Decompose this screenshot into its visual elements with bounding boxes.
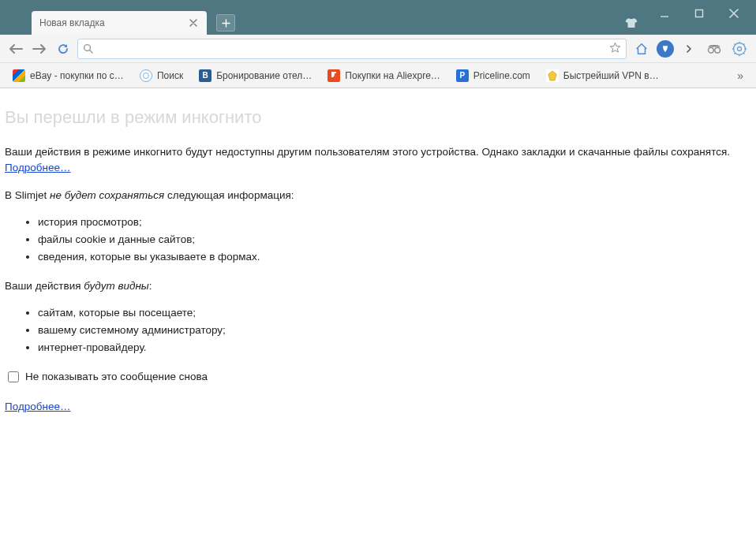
navigation-toolbar — [0, 35, 756, 63]
minimize-button[interactable] — [647, 2, 682, 25]
bookmark-item-search[interactable]: Поиск — [133, 67, 189, 84]
address-input[interactable] — [98, 43, 604, 54]
close-tab-button[interactable] — [188, 17, 199, 28]
list-item: интернет-провайдеру. — [38, 340, 753, 356]
svg-point-2 — [709, 47, 714, 53]
svg-point-1 — [84, 45, 91, 51]
tshirt-icon[interactable] — [619, 11, 644, 35]
ad-block-icon[interactable] — [657, 40, 674, 58]
list-item: история просмотров; — [38, 214, 753, 230]
bookmark-label: eBay - покупки по с… — [30, 70, 124, 81]
svg-rect-0 — [696, 10, 703, 17]
bookmark-star-icon[interactable] — [609, 42, 621, 56]
window-controls — [647, 0, 751, 35]
bookmark-label: Быстрейший VPN в … — [563, 70, 660, 81]
list-item: сведения, которые вы указываете в формах… — [38, 249, 753, 265]
incognito-icon[interactable] — [704, 39, 724, 59]
priceline-favicon: P — [456, 69, 469, 82]
overflow-chevron-icon[interactable] — [679, 39, 699, 59]
page-content: Вы перешли в режим инкогнито Ваши действ… — [0, 88, 756, 548]
globe-favicon — [140, 69, 152, 82]
bookmark-label: Поиск — [157, 70, 183, 81]
bookmark-item-ebay[interactable]: eBay - покупки по с… — [6, 67, 130, 84]
bookmark-item-aliexpress[interactable]: Покупки на Aliexpre… — [321, 67, 446, 84]
bookmarks-overflow-button[interactable]: » — [731, 66, 750, 85]
ebay-favicon — [13, 69, 25, 82]
aliexpress-favicon — [327, 69, 340, 82]
close-window-button[interactable] — [717, 2, 751, 25]
new-tab-button[interactable] — [216, 14, 235, 32]
svg-point-5 — [738, 47, 742, 50]
learn-more-link[interactable]: Подробнее… — [5, 162, 71, 173]
list-item: вашему системному администратору; — [38, 322, 753, 338]
list-item: сайтам, которые вы посещаете; — [38, 305, 753, 321]
bookmark-label: Priceline.com — [473, 70, 530, 81]
not-saved-list: история просмотров; файлы cookie и данны… — [38, 214, 753, 266]
bookmarks-bar: eBay - покупки по с… Поиск B Бронировани… — [0, 63, 756, 88]
not-saved-intro: В Slimjet не будет сохраняться следующая… — [5, 188, 753, 203]
list-item: файлы cookie и данные сайтов; — [38, 232, 753, 248]
bookmark-item-booking[interactable]: B Бронирование отел… — [193, 67, 318, 84]
visible-intro: Ваши действия будут видны: — [5, 278, 753, 294]
dont-show-again-checkbox[interactable] — [8, 371, 19, 382]
bookmark-label: Бронирование отел… — [216, 70, 312, 81]
visible-list: сайтам, которые вы посещаете; вашему сис… — [38, 305, 753, 356]
back-button[interactable] — [6, 39, 25, 58]
titlebar: Новая вкладка — [0, 0, 756, 35]
home-button[interactable] — [631, 39, 652, 59]
dont-show-again-row: Не показывать это сообщение снова — [8, 369, 753, 385]
maximize-button[interactable] — [682, 2, 717, 25]
reload-button[interactable] — [54, 39, 73, 58]
settings-gear-icon[interactable] — [729, 39, 750, 59]
dont-show-again-label: Не показывать это сообщение снова — [25, 369, 208, 385]
search-icon — [83, 43, 93, 54]
browser-tab[interactable]: Новая вкладка — [32, 11, 207, 35]
incognito-heading: Вы перешли в режим инкогнито — [5, 104, 753, 130]
bookmark-item-vpn[interactable]: Быстрейший VPN в … — [540, 67, 666, 84]
forward-button[interactable] — [30, 39, 49, 58]
bottom-learn-more-link[interactable]: Подробнее… — [5, 401, 71, 412]
incognito-intro: Ваши действия в режиме инкогнито будут н… — [5, 144, 753, 177]
vpn-favicon — [546, 69, 559, 82]
booking-favicon: B — [199, 69, 211, 82]
svg-point-3 — [715, 47, 720, 53]
bookmark-label: Покупки на Aliexpre… — [345, 70, 440, 81]
address-bar[interactable] — [77, 39, 627, 59]
tab-title: Новая вкладка — [39, 17, 182, 28]
bookmark-item-priceline[interactable]: P Priceline.com — [450, 67, 537, 84]
